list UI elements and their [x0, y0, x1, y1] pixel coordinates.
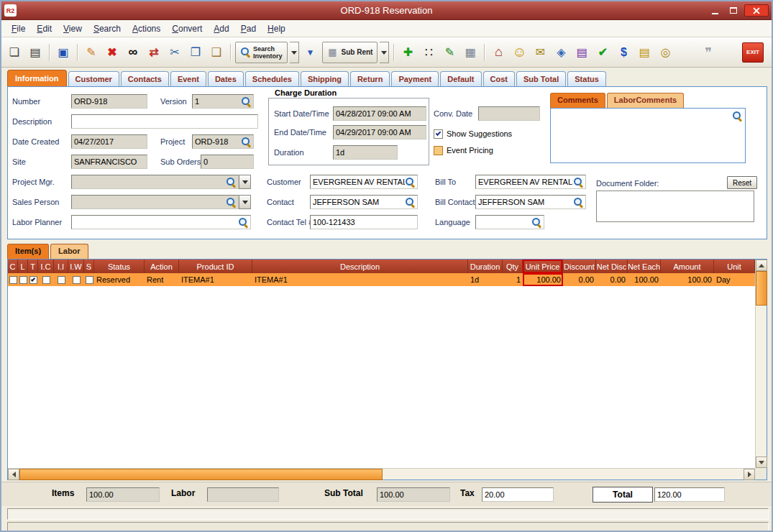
language-lookup-icon[interactable] [531, 217, 541, 228]
cell-qty[interactable]: 1 [503, 273, 523, 286]
tab-comments[interactable]: Comments [550, 93, 605, 108]
tab-customer[interactable]: Customer [68, 71, 119, 86]
copy-icon[interactable]: ❐ [186, 43, 205, 62]
title-bar[interactable]: R2 ORD-918 Reservation [1, 1, 772, 20]
sales-person-field[interactable] [71, 195, 239, 209]
contact-tel-field[interactable]: 100-121433 [310, 215, 418, 229]
menu-edit[interactable]: Edit [31, 22, 58, 36]
bill-to-field[interactable]: EVERGREEN AV RENTALS [475, 175, 586, 189]
new-icon[interactable]: ❏ [5, 43, 24, 62]
books-icon[interactable]: ▤ [572, 43, 591, 62]
cell-discount[interactable]: 0.00 [563, 273, 596, 286]
save-icon[interactable]: ▣ [54, 43, 73, 62]
cell-action[interactable]: Rent [145, 273, 179, 286]
print-icon[interactable]: ▤ [26, 43, 45, 62]
notes-icon[interactable]: ✎ [440, 43, 459, 62]
coins-icon[interactable]: ◎ [656, 43, 674, 62]
row-check-t[interactable] [28, 273, 38, 286]
row-check-iw[interactable] [68, 273, 84, 286]
cell-status[interactable]: Reserved [94, 273, 145, 286]
date-created-field[interactable]: 04/27/2017 [71, 134, 147, 149]
exit-button[interactable]: EXIT [742, 42, 764, 63]
tab-information[interactable]: Information [7, 70, 67, 86]
cell-duration[interactable]: 1d [468, 273, 503, 286]
cell-unit-price[interactable]: 100.00 [523, 273, 563, 286]
row-check-l[interactable] [18, 273, 28, 286]
row-check-ic[interactable] [38, 273, 54, 286]
show-suggestions-checkbox[interactable] [434, 129, 443, 139]
contact-lookup-icon[interactable] [405, 197, 415, 208]
close-button[interactable] [744, 4, 769, 17]
mail-icon[interactable]: ✉ [531, 43, 549, 62]
customer-lookup-icon[interactable] [405, 177, 415, 188]
project-mgr-dropdown[interactable] [239, 175, 251, 189]
conv-date-field[interactable] [478, 106, 540, 121]
customer-field[interactable]: EVERGREEN AV RENTALS [310, 175, 418, 189]
event-pricing-checkbox[interactable] [434, 146, 443, 155]
grid-row[interactable]: Reserved Rent ITEMA#1 ITEMA#1 1d 1 100.0… [8, 273, 755, 286]
tab-labor[interactable]: Labor [50, 244, 88, 259]
project-field[interactable]: ORD-918 [192, 134, 254, 149]
delete-icon[interactable]: ✖ [103, 43, 122, 62]
comments-box[interactable] [550, 108, 746, 163]
vertical-scrollbar[interactable] [755, 260, 767, 468]
comments-lookup-icon[interactable] [732, 111, 742, 121]
cut-icon[interactable]: ✂ [165, 43, 184, 62]
scroll-up-button[interactable] [756, 260, 767, 271]
row-check-s[interactable] [84, 273, 94, 286]
tab-schedules[interactable]: Schedules [245, 71, 299, 86]
contact-field[interactable]: JEFFERSON SAM [310, 195, 418, 209]
menu-file[interactable]: File [6, 22, 31, 36]
search-inventory-dropdown[interactable] [290, 42, 299, 63]
filter-icon[interactable]: ▼ [301, 43, 320, 62]
rates-icon[interactable]: $ [614, 43, 633, 62]
scroll-down-button[interactable] [756, 457, 767, 468]
tax-field[interactable]: 20.00 [482, 487, 554, 502]
version-field[interactable]: 1 [192, 94, 254, 109]
labor-total-field[interactable] [207, 487, 279, 502]
row-check-ii[interactable] [54, 273, 68, 286]
row-check-c[interactable] [8, 273, 18, 286]
cell-unit[interactable]: Day [714, 273, 755, 286]
duration-field[interactable]: 1d [333, 145, 398, 160]
convert-icon[interactable]: ⇄ [145, 43, 163, 62]
scroll-right-button[interactable] [744, 469, 755, 480]
reset-button[interactable]: Reset [727, 176, 757, 189]
menu-add[interactable]: Add [208, 22, 234, 36]
menu-search[interactable]: Search [88, 22, 127, 36]
version-lookup-icon[interactable] [241, 96, 251, 107]
horizontal-scroll-thumb[interactable] [19, 469, 383, 480]
menu-actions[interactable]: Actions [127, 22, 166, 36]
tab-cost[interactable]: Cost [483, 71, 515, 86]
menu-help[interactable]: Help [262, 22, 291, 36]
sales-person-lookup-icon[interactable] [226, 197, 236, 208]
document-folder-box[interactable] [596, 191, 754, 222]
total-field[interactable]: 120.00 [654, 487, 725, 502]
sub-rent-dropdown[interactable] [380, 42, 389, 63]
bill-contact-lookup-icon[interactable] [573, 197, 583, 208]
project-lookup-icon[interactable] [241, 137, 251, 147]
bill-contact-field[interactable]: JEFFERSON SAM [475, 195, 586, 209]
add-item-icon[interactable]: ✚ [398, 43, 417, 62]
menu-convert[interactable]: Convert [166, 22, 208, 36]
maximize-button[interactable] [726, 4, 741, 17]
labor-planner-field[interactable] [71, 215, 251, 229]
labor-planner-lookup-icon[interactable] [238, 217, 248, 228]
description-field[interactable] [71, 114, 258, 129]
number-field[interactable]: ORD-918 [71, 94, 147, 109]
item-group-icon[interactable]: ∷ [419, 43, 438, 62]
cell-product-id[interactable]: ITEMA#1 [179, 273, 252, 286]
tab-event[interactable]: Event [170, 71, 206, 86]
site-icon[interactable]: ⌂ [489, 43, 508, 62]
search-inventory-button[interactable]: SearchInventory [235, 42, 288, 63]
tab-contacts[interactable]: Contacts [121, 71, 169, 86]
menu-view[interactable]: View [58, 22, 88, 36]
start-date-field[interactable]: 04/28/2017 09:00 AM [333, 106, 426, 121]
tasklist-icon[interactable]: ✔ [593, 43, 612, 62]
package-icon[interactable]: ◈ [552, 43, 570, 62]
project-mgr-field[interactable] [71, 175, 239, 189]
sub-orders-field[interactable]: 0 [201, 155, 254, 169]
tab-default[interactable]: Default [440, 71, 481, 86]
sub-rent-button[interactable]: ▦ Sub Rent [322, 42, 378, 63]
tab-dates[interactable]: Dates [208, 71, 244, 86]
